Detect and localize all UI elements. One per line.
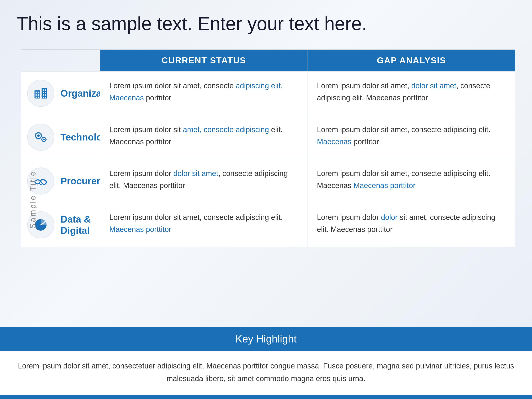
key-highlight-body-text: Lorem ipsum dolor sit amet, consectetuer… — [18, 361, 514, 383]
svg-point-25 — [43, 139, 45, 140]
data-digital-gap-analysis: Lorem ipsum dolor dolor sit amet, consec… — [308, 203, 515, 247]
svg-rect-12 — [43, 94, 44, 95]
data-digital-current-status: Lorem ipsum dolor sit amet, consecte adi… — [100, 203, 308, 247]
tech-cs-text1: Lorem ipsum dolor sit — [109, 125, 183, 134]
svg-rect-15 — [45, 97, 46, 98]
svg-rect-5 — [38, 94, 39, 95]
row-technology-label: Technology — [21, 115, 100, 159]
procurement-gap-analysis: Lorem ipsum dolor sit amet, consecte adi… — [308, 159, 515, 203]
dd-ga-text1: Lorem ipsum dolor — [317, 213, 381, 222]
svg-rect-20 — [35, 135, 36, 136]
svg-rect-11 — [45, 92, 46, 93]
svg-rect-9 — [45, 89, 46, 91]
svg-rect-10 — [43, 92, 44, 93]
technology-icon — [33, 130, 48, 145]
svg-rect-13 — [45, 94, 46, 95]
key-highlight-label: Key Highlight — [235, 333, 297, 345]
svg-rect-21 — [41, 135, 42, 136]
svg-rect-6 — [36, 97, 37, 98]
org-ga-text2: dolor sit amet — [411, 82, 456, 90]
svg-rect-4 — [36, 94, 37, 95]
svg-rect-26 — [43, 137, 44, 138]
dd-cs-text1: Lorem ipsum dolor sit amet, consecte adi… — [109, 213, 283, 222]
tech-cs-text2: amet, consecte adipiscing — [183, 125, 269, 134]
table-header-gap-analysis: GAP ANALYSIS — [308, 50, 515, 71]
svg-rect-3 — [38, 92, 39, 93]
table-header-empty — [21, 50, 100, 71]
svg-rect-2 — [36, 92, 37, 93]
svg-rect-18 — [38, 132, 39, 133]
svg-rect-19 — [38, 138, 39, 139]
org-ga-text1: Lorem ipsum dolor sit amet, — [317, 82, 411, 90]
svg-rect-8 — [43, 89, 44, 91]
bottom-section: Key Highlight Lorem ipsum dolor sit amet… — [0, 327, 532, 399]
technology-icon-circle — [27, 124, 54, 151]
bottom-accent-bar — [0, 395, 532, 399]
organization-icon-circle — [27, 80, 54, 107]
svg-point-17 — [37, 134, 40, 137]
organization-current-status: Lorem ipsum dolor sit amet, consecte adi… — [100, 71, 308, 115]
svg-rect-27 — [43, 141, 44, 142]
row-organization-label: Organization — [21, 71, 100, 115]
organization-icon — [33, 86, 48, 101]
svg-rect-14 — [43, 97, 44, 98]
svg-rect-29 — [45, 139, 47, 140]
procurement-current-status: Lorem ipsum dolor dolor sit amet, consec… — [100, 159, 308, 203]
data-digital-label: Data & Digital — [60, 214, 94, 236]
page-title: This is a sample text. Enter your text h… — [17, 13, 515, 35]
proc-cs-text2: dolor sit amet — [173, 169, 218, 178]
svg-rect-28 — [41, 139, 42, 140]
org-cs-text1: Lorem ipsum dolor sit amet, consecte — [109, 82, 236, 90]
svg-rect-0 — [34, 90, 40, 99]
technology-gap-analysis: Lorem ipsum dolor sit amet, consecte adi… — [308, 115, 515, 159]
proc-cs-text1: Lorem ipsum dolor — [109, 169, 173, 178]
dd-ga-text2: dolor — [381, 213, 398, 222]
table-header-current-status: CURRENT STATUS — [100, 50, 308, 71]
svg-rect-7 — [38, 97, 39, 98]
tech-ga-text3: porttitor — [351, 137, 379, 146]
svg-rect-1 — [42, 88, 47, 99]
tech-ga-text1: Lorem ipsum dolor sit amet, consecte adi… — [317, 125, 490, 134]
proc-ga-text2: Maecenas porttitor — [354, 181, 415, 190]
technology-current-status: Lorem ipsum dolor sit amet, consecte adi… — [100, 115, 308, 159]
key-highlight-bar: Key Highlight — [0, 327, 532, 351]
key-highlight-body: Lorem ipsum dolor sit amet, consectetuer… — [0, 351, 532, 395]
side-label: Sample Title — [28, 170, 38, 228]
dd-cs-text2: Maecenas porttitor — [109, 225, 171, 234]
organization-gap-analysis: Lorem ipsum dolor sit amet, dolor sit am… — [308, 71, 515, 115]
org-cs-text3: porttitor — [144, 94, 171, 102]
gap-analysis-table: CURRENT STATUS GAP ANALYSIS — [21, 50, 515, 247]
tech-ga-text2: Maecenas — [317, 137, 351, 146]
